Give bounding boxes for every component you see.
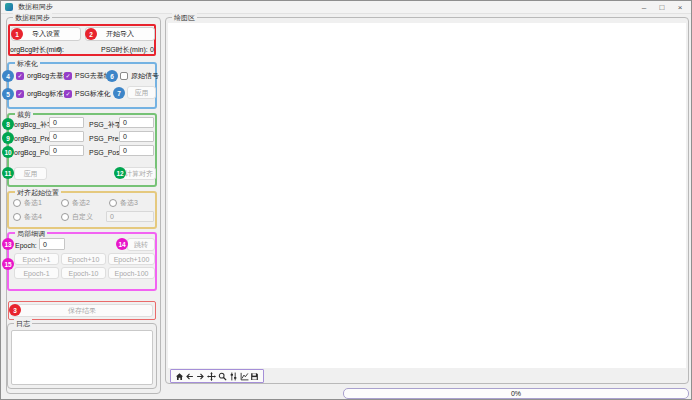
step-badge-9: 9	[2, 132, 14, 144]
normalize-group-title: 标准化	[15, 59, 40, 68]
step-badge-2: 2	[85, 28, 97, 40]
epoch-plus-1-button[interactable]: Epoch+1	[14, 253, 59, 265]
align-option-3-radio[interactable]: 备选3	[109, 198, 138, 208]
step-badge-8: 8	[2, 118, 14, 130]
align-option-4-radio[interactable]: 备选4	[13, 212, 42, 222]
step-badge-4: 4	[2, 70, 14, 82]
epoch-label: Epoch:	[15, 241, 37, 250]
crop-apply-button[interactable]: 应用	[14, 167, 47, 180]
orgbcg-duration-value: 0	[57, 45, 61, 54]
edit-curves-icon[interactable]	[239, 371, 249, 381]
step-badge-15: 15	[2, 258, 14, 270]
checkbox-checked-icon: ✓	[16, 90, 24, 98]
orgbcg-pre-input[interactable]: 0	[49, 131, 84, 142]
normalize-apply-button[interactable]: 应用	[127, 86, 156, 99]
log-textarea[interactable]	[11, 330, 153, 385]
zoom-icon[interactable]	[217, 371, 227, 381]
epoch-minus-10-button[interactable]: Epoch-10	[61, 267, 106, 279]
align-custom-input[interactable]: 0	[106, 211, 154, 222]
psg-post-input[interactable]: 0	[119, 145, 154, 156]
app-icon	[5, 3, 13, 11]
app-window: 数据粗同步 – □ × 数据粗同步 导入设置 开始导入 1 2 orgBcg时长…	[0, 0, 692, 400]
epoch-minus-1-button[interactable]: Epoch-1	[14, 267, 59, 279]
radio-icon	[13, 199, 21, 207]
psg-detrend-checkbox[interactable]: ✓ PSG去基线	[64, 71, 111, 81]
psg-normalize-label: PSG标准化	[75, 89, 111, 99]
align-custom-label: 自定义	[72, 212, 93, 222]
radio-icon	[61, 213, 69, 221]
psg-normalize-checkbox[interactable]: ✓ PSG标准化	[64, 89, 111, 99]
orgbcg-duration-label: orgBcg时长(min):	[10, 45, 64, 54]
psg-duration-label: PSG时长(min):	[101, 45, 148, 54]
maximize-button[interactable]: □	[657, 1, 667, 14]
align-start-group-title: 对齐起始位置	[15, 188, 61, 197]
calc-align-button[interactable]: 计算对齐	[122, 167, 156, 180]
psg-pre-input[interactable]: 0	[119, 131, 154, 142]
step-badge-10: 10	[2, 146, 14, 158]
epoch-plus-100-button[interactable]: Epoch+100	[108, 253, 155, 265]
pan-icon[interactable]	[207, 371, 217, 381]
radio-icon	[61, 199, 69, 207]
step-badge-6: 6	[106, 70, 118, 82]
checkbox-checked-icon: ✓	[64, 72, 72, 80]
align-start-group: 对齐起始位置	[7, 191, 157, 229]
orgbcg-post-input[interactable]: 0	[49, 145, 84, 156]
step-badge-12: 12	[114, 167, 126, 179]
align-option-1-label: 备选1	[24, 198, 42, 208]
align-option-4-label: 备选4	[24, 212, 42, 222]
step-badge-3: 3	[9, 304, 21, 316]
jump-button[interactable]: 跳转	[127, 238, 155, 251]
raw-signal-checkbox[interactable]: 原始信号	[120, 71, 159, 81]
step-badge-1: 1	[11, 28, 23, 40]
back-icon[interactable]	[185, 371, 195, 381]
left-panel-title: 数据粗同步	[13, 13, 52, 22]
psg-pad-input[interactable]: 0	[119, 117, 154, 128]
align-option-3-label: 备选3	[120, 198, 138, 208]
subplots-icon[interactable]	[228, 371, 238, 381]
raw-signal-label: 原始信号	[131, 71, 159, 81]
plot-canvas[interactable]	[168, 23, 686, 368]
checkbox-checked-icon: ✓	[64, 90, 72, 98]
epoch-input[interactable]: 0	[39, 238, 65, 250]
orgbcg-pre-label: orgBcg_Pre:	[14, 134, 53, 143]
orgbcg-detrend-checkbox[interactable]: ✓ orgBcg去基线	[16, 71, 70, 81]
save-results-button[interactable]: 保存结果	[11, 304, 153, 317]
plot-toolbar	[170, 369, 264, 383]
home-icon[interactable]	[174, 371, 184, 381]
orgbcg-normalize-checkbox[interactable]: ✓ orgBcg标准化	[16, 89, 70, 99]
radio-icon	[109, 199, 117, 207]
epoch-minus-100-button[interactable]: Epoch-100	[108, 267, 155, 279]
fine-tune-group-title: 局部细调	[15, 229, 47, 238]
window-title: 数据粗同步	[18, 2, 53, 12]
orgbcg-pad-input[interactable]: 0	[49, 117, 84, 128]
psg-pre-label: PSG_Pre:	[89, 134, 121, 143]
step-badge-5: 5	[2, 88, 14, 100]
align-custom-radio[interactable]: 自定义	[61, 212, 93, 222]
forward-icon[interactable]	[196, 371, 206, 381]
progress-bar: 0%	[343, 388, 689, 399]
titlebar: 数据粗同步 – □ ×	[1, 1, 691, 14]
save-icon[interactable]	[250, 371, 260, 381]
align-option-1-radio[interactable]: 备选1	[13, 198, 42, 208]
checkbox-unchecked-icon	[120, 72, 128, 80]
crop-group-title: 裁剪	[15, 110, 33, 119]
epoch-plus-10-button[interactable]: Epoch+10	[61, 253, 106, 265]
close-button[interactable]: ×	[675, 1, 685, 14]
align-option-2-label: 备选2	[72, 198, 90, 208]
align-option-2-radio[interactable]: 备选2	[61, 198, 90, 208]
step-badge-7: 7	[113, 87, 125, 99]
window-controls: – □ ×	[639, 1, 685, 14]
step-badge-13: 13	[2, 238, 14, 250]
psg-duration-value: 0	[150, 45, 154, 54]
minimize-button[interactable]: –	[639, 1, 649, 14]
step-badge-11: 11	[2, 167, 14, 179]
plot-panel-title: 绘图区	[172, 13, 197, 22]
log-group-title: 日志	[14, 319, 32, 328]
checkbox-checked-icon: ✓	[16, 72, 24, 80]
step-badge-14: 14	[116, 238, 128, 250]
radio-icon	[13, 213, 21, 221]
